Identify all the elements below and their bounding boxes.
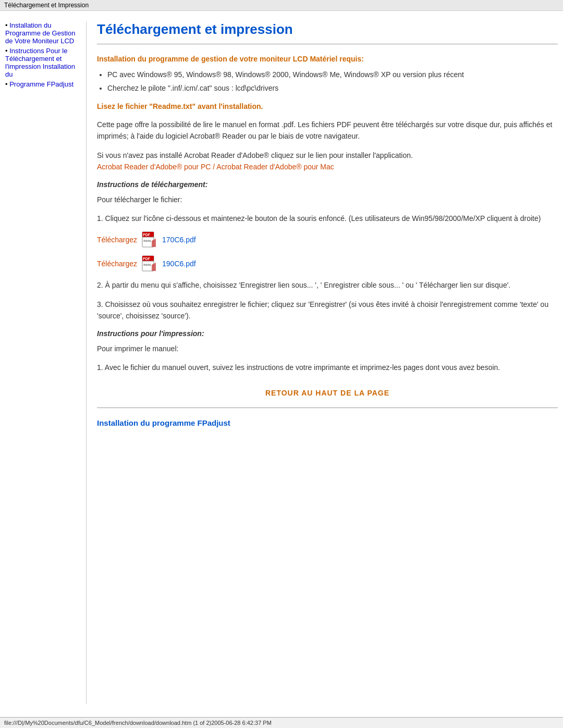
sidebar-item-1: Installation du Programme de Gestion de … (5, 21, 81, 45)
page-wrapper: Installation du Programme de Gestion de … (0, 11, 563, 709)
pdf-svg-2: PDF Adobe (141, 255, 158, 272)
pdf-link-1[interactable]: 170C6.pdf (162, 236, 196, 244)
acrobat-separator: / (211, 163, 216, 171)
sidebar-link-download[interactable]: Instructions Pour le Téléchargement et l… (5, 47, 75, 78)
requirements-list: PC avec Windows® 95, Windows® 98, Window… (107, 69, 558, 94)
acrobat-pc-link[interactable]: Acrobat Reader d'Adobe® pour PC (97, 163, 211, 171)
print-instructions-heading: Instructions pour l'impression: (97, 329, 558, 338)
download-para1: Pour télécharger le fichier: (97, 194, 558, 205)
pdf-icon-2: PDF Adobe (141, 255, 158, 272)
section1-heading: Installation du programme de gestion de … (97, 55, 558, 63)
download-row-2: Téléchargez PDF Adobe 190C6.pdf (97, 255, 558, 272)
download-row-1: Téléchargez PDF Adobe 170C6.pdf (97, 231, 558, 248)
svg-text:Adobe: Adobe (143, 263, 151, 266)
acrobat-mac-link[interactable]: Acrobat Reader d'Adobe® pour Mac (216, 163, 334, 171)
title-bar-text: Téléchargement et Impression (4, 2, 89, 9)
sidebar-nav: Installation du Programme de Gestion de … (5, 21, 81, 88)
download-para3: 2. À partir du menu qui s'affiche, chois… (97, 279, 558, 291)
divider-top (97, 44, 558, 44)
para2-acrobat: Si vous n'avez pas installé Acrobat Read… (97, 150, 558, 173)
back-to-top: RETOUR AU HAUT DE LA PAGE (97, 389, 558, 397)
requirement-item-1: PC avec Windows® 95, Windows® 98, Window… (107, 69, 558, 80)
divider-bottom (97, 408, 558, 408)
section2-heading: Installation du programme FPadjust (97, 418, 558, 427)
sidebar-item-3: Programme FPadjust (5, 80, 81, 88)
download-para2: 1. Cliquez sur l'icône ci-dessous et mai… (97, 213, 558, 224)
download-label-1: Téléchargez (97, 236, 137, 244)
page-title: Téléchargement et impression (97, 21, 558, 38)
para1: Cette page offre la possibilité de lire … (97, 119, 558, 142)
readme-note: Lisez le fichier "Readme.txt" avant l'in… (97, 102, 558, 110)
sidebar-link-install[interactable]: Installation du Programme de Gestion de … (5, 21, 75, 45)
pdf-svg-1: PDF Adobe (141, 231, 158, 248)
pdf-icon-1: PDF Adobe (141, 231, 158, 248)
pdf-link-2[interactable]: 190C6.pdf (162, 260, 196, 268)
main-content: Téléchargement et impression Installatio… (86, 21, 558, 704)
title-bar: Téléchargement et Impression (0, 0, 563, 11)
download-label-2: Téléchargez (97, 260, 137, 268)
download-instructions-heading: Instructions de téléchargement: (97, 180, 558, 189)
sidebar-item-2: Instructions Pour le Téléchargement et l… (5, 47, 81, 78)
acrobat-links: Acrobat Reader d'Adobe® pour PC / Acroba… (97, 163, 334, 171)
print-para1: Pour imprimer le manuel: (97, 343, 558, 354)
requirement-item-2: Cherchez le pilote ".inf/.icm/.cat" sous… (107, 83, 558, 94)
sidebar: Installation du Programme de Gestion de … (5, 21, 86, 704)
print-para2: 1. Avec le fichier du manuel ouvert, sui… (97, 362, 558, 373)
download-para4: 3. Choisissez où vous souhaitez enregist… (97, 299, 558, 322)
svg-text:PDF: PDF (143, 257, 151, 261)
para2-text: Si vous n'avez pas installé Acrobat Read… (97, 151, 413, 159)
back-to-top-link[interactable]: RETOUR AU HAUT DE LA PAGE (265, 389, 389, 397)
sidebar-link-fpadjust[interactable]: Programme FPadjust (9, 80, 74, 88)
svg-text:Adobe: Adobe (143, 239, 151, 242)
svg-text:PDF: PDF (143, 233, 151, 237)
